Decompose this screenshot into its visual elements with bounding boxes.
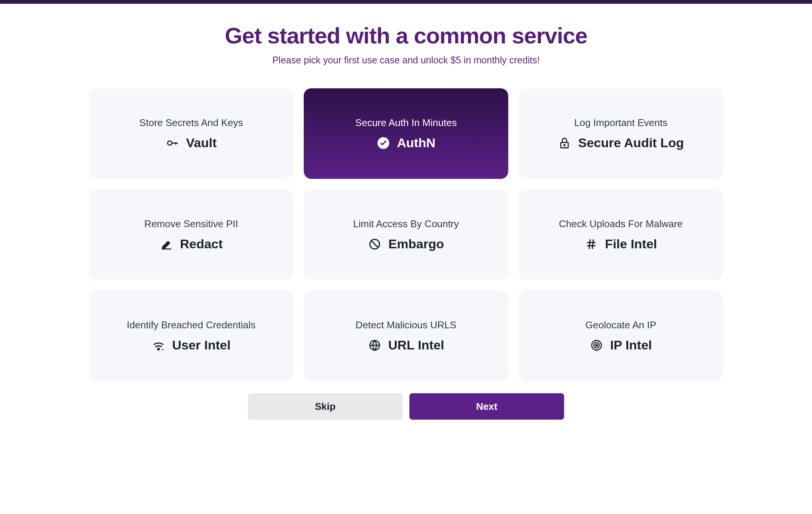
svg-point-9 (596, 344, 597, 346)
header: Get started with a common service Please… (89, 23, 723, 66)
target-icon (590, 339, 603, 352)
card-subtitle: Identify Breached Credentials (127, 319, 255, 331)
card-main: User Intel (152, 338, 231, 352)
card-subtitle: Detect Malicious URLS (355, 319, 456, 331)
service-card-embargo[interactable]: Limit Access By Country Embargo (304, 189, 508, 280)
edit-icon (160, 237, 173, 251)
card-subtitle: Log Important Events (574, 117, 667, 129)
globe-icon (368, 339, 381, 352)
card-title: User Intel (172, 338, 231, 352)
card-subtitle: Geolocate An IP (585, 319, 656, 331)
card-title: Secure Audit Log (578, 135, 684, 150)
card-subtitle: Check Uploads For Malware (559, 218, 683, 230)
lock-icon (558, 136, 571, 150)
card-title: Redact (180, 237, 223, 251)
page-subtitle: Please pick your first use case and unlo… (89, 55, 723, 66)
top-bar (0, 0, 812, 4)
card-main: IP Intel (590, 338, 652, 352)
card-main: URL Intel (368, 338, 444, 352)
card-title: Embargo (388, 237, 444, 251)
service-card-ip-intel[interactable]: Geolocate An IP IP Intel (519, 291, 723, 381)
main-container: Get started with a common service Please… (74, 4, 738, 439)
card-subtitle: Limit Access By Country (353, 218, 459, 230)
services-grid: Store Secrets And Keys Vault Secure Auth… (89, 88, 723, 381)
hash-icon (584, 237, 598, 251)
card-subtitle: Remove Sensitive PII (144, 218, 238, 230)
card-main: Vault (166, 135, 217, 150)
service-card-user-intel[interactable]: Identify Breached Credentials User Intel (89, 291, 293, 381)
check-circle-icon (377, 136, 390, 150)
card-subtitle: Store Secrets And Keys (139, 117, 243, 129)
card-title: File Intel (605, 237, 657, 251)
card-title: URL Intel (388, 338, 444, 352)
svg-point-0 (168, 141, 172, 145)
service-card-vault[interactable]: Store Secrets And Keys Vault (89, 88, 293, 179)
skip-button[interactable]: Skip (248, 393, 403, 420)
card-title: Vault (186, 135, 217, 150)
block-icon (368, 237, 381, 251)
card-title: IP Intel (610, 338, 652, 352)
service-card-url-intel[interactable]: Detect Malicious URLS URL Intel (304, 291, 508, 381)
service-card-authn[interactable]: Secure Auth In Minutes AuthN (304, 88, 508, 179)
card-subtitle: Secure Auth In Minutes (355, 117, 457, 129)
service-card-file-intel[interactable]: Check Uploads For Malware File Intel (519, 189, 723, 280)
button-row: Skip Next (89, 393, 723, 420)
card-main: Secure Audit Log (558, 135, 684, 150)
service-card-redact[interactable]: Remove Sensitive PII Redact (89, 189, 293, 280)
card-title: AuthN (397, 135, 435, 150)
svg-point-3 (564, 145, 565, 146)
card-main: Redact (160, 237, 223, 251)
card-main: Embargo (368, 237, 444, 251)
card-main: AuthN (377, 135, 435, 150)
next-button[interactable]: Next (409, 393, 564, 420)
page-title: Get started with a common service (89, 23, 723, 49)
service-card-audit-log[interactable]: Log Important Events Secure Audit Log (519, 88, 723, 179)
signal-icon (152, 339, 165, 352)
svg-point-5 (158, 348, 159, 349)
key-icon (166, 136, 179, 150)
card-main: File Intel (584, 237, 657, 251)
